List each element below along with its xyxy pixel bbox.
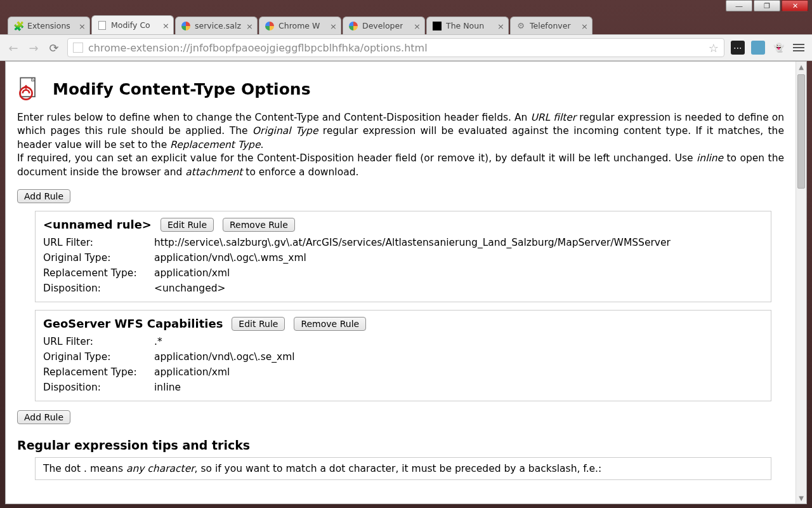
browser-tab[interactable]: service.salz × — [175, 17, 258, 34]
close-icon[interactable]: × — [330, 21, 337, 30]
page-title: Modify Content-Type Options — [53, 80, 311, 98]
page-icon — [73, 43, 83, 53]
value-disposition: inline — [154, 382, 763, 393]
extension-logo-icon — [17, 76, 44, 102]
label-original-type: Original Type: — [43, 252, 154, 264]
gear-icon: ⚙ — [516, 21, 526, 31]
browser-tab[interactable]: 🧩 Extensions × — [8, 17, 90, 34]
titlebar: — ❐ ✕ — [0, 0, 812, 15]
window-minimize-button[interactable]: — — [726, 0, 752, 11]
globe-icon — [181, 21, 191, 31]
rule-grid: URL Filter: .* Original Type: applicatio… — [43, 336, 763, 393]
label-url-filter: URL Filter: — [43, 336, 154, 347]
globe-icon — [348, 21, 358, 31]
url-text: chrome-extension://jnfofbopfpaoeojgieggf… — [88, 42, 428, 54]
add-rule-button[interactable]: Add Rule — [17, 189, 70, 203]
vertical-scrollbar[interactable]: ▲ ▼ — [796, 62, 806, 504]
reload-button[interactable]: ⟳ — [47, 41, 61, 55]
label-disposition: Disposition: — [43, 283, 154, 294]
tab-label: Extensions — [27, 21, 70, 30]
tab-label: The Noun — [446, 21, 484, 30]
close-icon[interactable]: × — [162, 20, 169, 30]
rule-box: GeoServer WFS Capabilities Edit Rule Rem… — [35, 310, 771, 401]
browser-tab[interactable]: Chrome W × — [259, 17, 341, 34]
remove-rule-button[interactable]: Remove Rule — [294, 317, 366, 331]
browser-tab-active[interactable]: Modify Co × — [91, 15, 174, 34]
rule-name: GeoServer WFS Capabilities — [43, 317, 223, 330]
value-disposition: <unchanged> — [154, 283, 763, 294]
edit-rule-button[interactable]: Edit Rule — [160, 218, 214, 232]
value-original-type: application/vnd\.ogc\.wms_xml — [154, 252, 763, 264]
tab-label: Modify Co — [111, 20, 150, 30]
close-icon[interactable]: × — [246, 21, 253, 30]
puzzle-icon: 🧩 — [13, 21, 23, 31]
value-url-filter: .* — [154, 336, 763, 347]
close-icon[interactable]: × — [414, 21, 421, 30]
browser-tab[interactable]: ⚙ Telefonver × — [510, 17, 593, 34]
scroll-thumb[interactable] — [797, 74, 805, 189]
menu-icon — [793, 44, 804, 51]
browser-tab[interactable]: Developer × — [343, 17, 425, 34]
tab-label: Chrome W — [278, 21, 320, 30]
forward-button[interactable]: → — [27, 41, 41, 55]
label-disposition: Disposition: — [43, 382, 154, 393]
document-icon — [97, 20, 107, 30]
page-header: Modify Content-Type Options — [17, 76, 784, 102]
tips-box: The dot . means any character, so if you… — [35, 457, 771, 480]
scroll-up-icon[interactable]: ▲ — [796, 62, 806, 72]
intro-text: Enter rules below to define when to chan… — [17, 111, 784, 179]
bookmark-star-icon[interactable]: ☆ — [709, 41, 719, 55]
tab-label: Developer — [362, 21, 403, 30]
chrome-menu-button[interactable] — [792, 41, 806, 55]
back-button[interactable]: ← — [6, 41, 20, 55]
window-maximize-button[interactable]: ❐ — [754, 0, 780, 11]
close-icon[interactable]: × — [79, 21, 86, 30]
toolbar: ← → ⟳ chrome-extension://jnfofbopfpaoeoj… — [0, 35, 812, 60]
page-viewport: ▲ ▼ Modify Content-Type Options — [5, 61, 807, 504]
tab-label: service.salz — [195, 21, 241, 30]
rule-header: <unnamed rule> Edit Rule Remove Rule — [43, 218, 763, 232]
address-bar[interactable]: chrome-extension://jnfofbopfpaoeojgieggf… — [67, 38, 724, 57]
extension-icon[interactable]: 👻 — [771, 41, 785, 55]
close-icon[interactable]: × — [497, 21, 504, 30]
extension-icon[interactable]: ⋯ — [731, 41, 745, 55]
scroll-down-icon[interactable]: ▼ — [796, 493, 806, 504]
square-icon — [432, 21, 442, 31]
tips-title: Regular expression tips and tricks — [17, 438, 784, 452]
browser-tab[interactable]: The Noun × — [426, 17, 509, 34]
tab-label: Telefonver — [530, 21, 571, 30]
value-replacement-type: application/xml — [154, 267, 763, 279]
rule-name: <unnamed rule> — [43, 218, 152, 231]
extension-icon[interactable] — [751, 41, 765, 55]
remove-rule-button[interactable]: Remove Rule — [223, 218, 295, 232]
label-replacement-type: Replacement Type: — [43, 366, 154, 378]
edit-rule-button[interactable]: Edit Rule — [232, 317, 285, 331]
close-icon[interactable]: × — [581, 21, 588, 30]
label-replacement-type: Replacement Type: — [43, 267, 154, 279]
rule-header: GeoServer WFS Capabilities Edit Rule Rem… — [43, 317, 763, 331]
rule-grid: URL Filter: http://service\.salzburg\.gv… — [43, 237, 763, 294]
add-rule-button[interactable]: Add Rule — [17, 410, 70, 424]
rule-box: <unnamed rule> Edit Rule Remove Rule URL… — [35, 211, 771, 302]
tab-strip: 🧩 Extensions × Modify Co × service.salz … — [0, 15, 812, 34]
value-original-type: application/vnd\.ogc\.se_xml — [154, 351, 763, 363]
window-close-button[interactable]: ✕ — [782, 0, 808, 11]
chrome-chrome: ← → ⟳ chrome-extension://jnfofbopfpaoeoj… — [0, 34, 812, 61]
window-frame: — ❐ ✕ 🧩 Extensions × Modify Co × service… — [0, 0, 812, 508]
label-url-filter: URL Filter: — [43, 237, 154, 248]
value-replacement-type: application/xml — [154, 366, 763, 378]
value-url-filter: http://service\.salzburg\.gv\.at/ArcGIS/… — [154, 237, 763, 248]
label-original-type: Original Type: — [43, 351, 154, 363]
globe-icon — [265, 21, 275, 31]
page-content: Modify Content-Type Options Enter rules … — [6, 62, 796, 504]
